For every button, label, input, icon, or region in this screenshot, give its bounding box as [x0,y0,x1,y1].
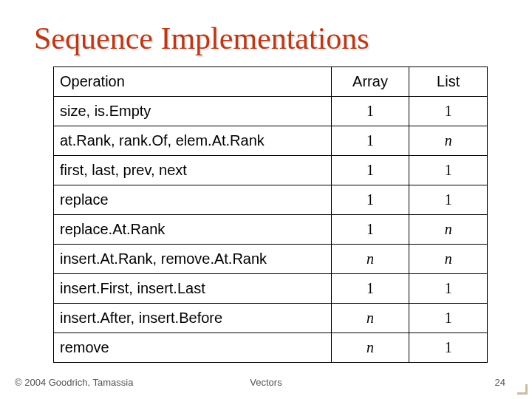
cell-list: 1 [409,304,488,333]
cell-list: n [409,215,488,245]
complexity-table: OperationArrayListsize, is.Empty11at.Ran… [53,66,488,363]
cell-operation: size, is.Empty [54,97,332,126]
cell-array: 1 [331,126,409,156]
cell-operation: replace.At.Rank [54,215,332,245]
cell-array: n [331,245,409,274]
cell-list: 1 [409,185,488,215]
table-row: insert.First, insert.Last11 [54,274,488,304]
table-row: at.Rank, rank.Of, elem.At.Rank1n [54,126,488,156]
cell-array: 1 [331,274,409,304]
slide-title: Sequence Implementations [0,21,532,66]
cell-array: n [331,304,409,333]
cell-operation: replace [54,185,332,215]
cell-operation: at.Rank, rank.Of, elem.At.Rank [54,126,332,156]
corner-decoration [513,380,528,395]
cell-operation: insert.First, insert.Last [54,274,332,304]
cell-list: 1 [409,156,488,185]
page-number: 24 [495,377,505,388]
cell-operation: insert.At.Rank, remove.At.Rank [54,245,332,274]
table-row: first, last, prev, next11 [54,156,488,185]
table-header-list: List [409,67,488,97]
table-row: removen1 [54,333,488,363]
cell-operation: insert.After, insert.Before [54,304,332,333]
cell-operation: first, last, prev, next [54,156,332,185]
cell-list: n [409,245,488,274]
table-header-operation: Operation [54,67,332,97]
table-row: size, is.Empty11 [54,97,488,126]
cell-list: 1 [409,97,488,126]
cell-operation: remove [54,333,332,363]
cell-array: 1 [331,97,409,126]
cell-list: 1 [409,333,488,363]
cell-array: n [331,333,409,363]
cell-array: 1 [331,215,409,245]
cell-array: 1 [331,185,409,215]
table-header-array: Array [331,67,409,97]
footer-title: Vectors [0,377,532,388]
cell-list: n [409,126,488,156]
table-row: replace.At.Rank1n [54,215,488,245]
table-row: insert.After, insert.Beforen1 [54,304,488,333]
table-row: replace11 [54,185,488,215]
cell-list: 1 [409,274,488,304]
cell-array: 1 [331,156,409,185]
table-row: insert.At.Rank, remove.At.Ranknn [54,245,488,274]
